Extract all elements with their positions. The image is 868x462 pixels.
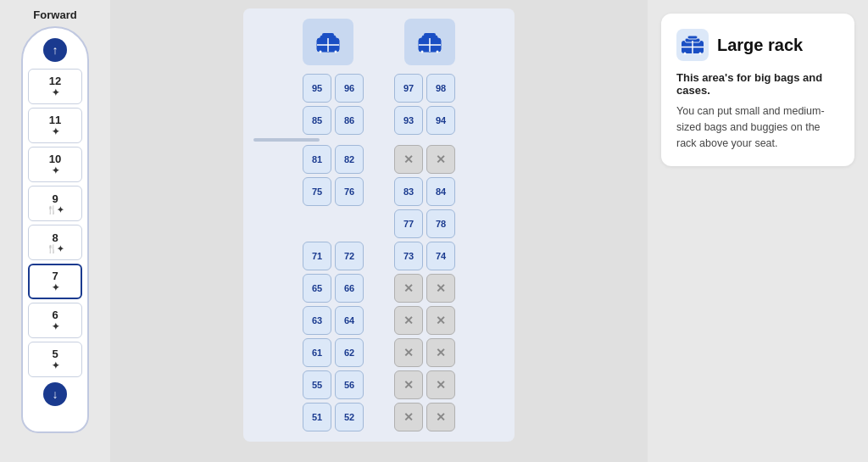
seat-97[interactable]: 97 [394, 74, 423, 103]
right-panel: Large rack This area's for big bags and … [648, 0, 868, 462]
seat-row: 75 76 83 84 [303, 177, 455, 206]
svg-rect-2 [322, 33, 334, 36]
svg-rect-9 [424, 33, 436, 36]
seat-unavail-10 [426, 370, 455, 399]
seat-group-left: 51 52 [303, 403, 364, 431]
svg-rect-16 [687, 36, 698, 39]
seat-group-right: 73 74 [394, 242, 455, 270]
seat-75[interactable]: 75 [303, 177, 331, 206]
seat-unavail-12 [426, 403, 455, 431]
seat-77[interactable]: 77 [394, 209, 423, 238]
seat-row: 51 52 [303, 403, 455, 431]
seat-group-right [394, 274, 455, 303]
seat-55[interactable]: 55 [303, 370, 331, 399]
seat-row: 63 64 [303, 306, 455, 335]
seat-group-left: 55 56 [303, 370, 364, 399]
scroll-up-button[interactable]: ↑ [43, 38, 67, 62]
luggage-rack-right[interactable] [404, 19, 455, 65]
seat-56[interactable]: 56 [335, 370, 364, 399]
seat-95[interactable]: 95 [303, 74, 331, 103]
seat-row: 77 78 [303, 209, 455, 238]
seat-group-left: 81 82 [303, 145, 364, 174]
seat-82[interactable]: 82 [335, 145, 364, 174]
seat-unavail-5 [394, 306, 423, 335]
car-item-8[interactable]: 8 🍴✦ [28, 225, 82, 260]
seat-group-right: 77 78 [394, 209, 455, 238]
seat-unavail-3 [394, 274, 423, 303]
seat-group-right: 97 98 [394, 74, 455, 103]
seat-65[interactable]: 65 [303, 274, 331, 303]
seat-map-area: 95 96 97 98 85 86 93 94 [110, 0, 648, 462]
seat-group-left: 71 72 [303, 242, 364, 270]
seat-93[interactable]: 93 [394, 106, 423, 135]
left-divider [253, 138, 320, 142]
seat-83[interactable]: 83 [394, 177, 423, 206]
seat-86[interactable]: 86 [335, 106, 364, 135]
seat-76[interactable]: 76 [335, 177, 364, 206]
forward-label: Forward [33, 8, 76, 21]
luggage-rack-left[interactable] [303, 19, 353, 65]
svg-point-19 [684, 53, 687, 55]
seat-96[interactable]: 96 [335, 74, 364, 103]
seat-unavail-7 [394, 338, 423, 367]
seat-group-left: 95 96 [303, 74, 364, 103]
seat-84[interactable]: 84 [426, 177, 455, 206]
car-item-10[interactable]: 10 ✦ [28, 147, 82, 182]
seat-94[interactable]: 94 [426, 106, 455, 135]
seat-52[interactable]: 52 [335, 403, 364, 431]
seat-73[interactable]: 73 [394, 242, 423, 270]
seat-63[interactable]: 63 [303, 306, 331, 335]
seat-group-left: 75 76 [303, 177, 364, 206]
seat-group-left: 65 66 [303, 274, 364, 303]
seat-62[interactable]: 62 [335, 338, 364, 367]
seat-row: 81 82 [303, 145, 455, 174]
seat-group-right [394, 370, 455, 399]
seat-64[interactable]: 64 [335, 306, 364, 335]
seat-66[interactable]: 66 [335, 274, 364, 303]
seat-71[interactable]: 71 [303, 242, 331, 270]
seat-map-container: 95 96 97 98 85 86 93 94 [243, 8, 515, 442]
seat-72[interactable]: 72 [335, 242, 364, 270]
seat-group-right [394, 403, 455, 431]
seat-unavail-8 [426, 338, 455, 367]
seat-85[interactable]: 85 [303, 106, 331, 135]
car-item-7[interactable]: 7 ✦ [28, 264, 82, 299]
car-item-11[interactable]: 11 ✦ [28, 108, 82, 143]
seat-unavail-2 [426, 145, 455, 174]
scroll-down-button[interactable]: ↓ [43, 382, 67, 406]
seat-81[interactable]: 81 [303, 145, 331, 174]
seat-group-left [303, 209, 364, 238]
section-divider-row [253, 138, 504, 142]
car-item-9[interactable]: 9 🍴✦ [28, 186, 82, 221]
seat-group-left: 61 62 [303, 338, 364, 367]
car-item-12[interactable]: 12 ✦ [28, 69, 82, 104]
car-item-6[interactable]: 6 ✦ [28, 303, 82, 338]
seat-row: 65 66 [303, 274, 455, 303]
seat-row: 55 56 [303, 370, 455, 399]
seat-group-left: 85 86 [303, 106, 364, 135]
seat-98[interactable]: 98 [426, 74, 455, 103]
luggage-row [303, 19, 455, 65]
seat-row: 61 62 [303, 338, 455, 367]
seat-unavail-11 [394, 403, 423, 431]
seat-78[interactable]: 78 [426, 209, 455, 238]
train-outline: ↑ 12 ✦ 11 ✦ 10 ✦ 9 🍴✦ 8 🍴✦ 7 ✦ 6 ✦ [21, 26, 89, 433]
car-item-5[interactable]: 5 ✦ [28, 342, 82, 377]
seat-row: 85 86 93 94 [303, 106, 455, 135]
seat-group-left: 63 64 [303, 306, 364, 335]
seat-row: 95 96 97 98 [303, 74, 455, 103]
seat-74[interactable]: 74 [426, 242, 455, 270]
seat-61[interactable]: 61 [303, 338, 331, 367]
seat-51[interactable]: 51 [303, 403, 331, 431]
seat-unavail-1 [394, 145, 423, 174]
info-card-title: Large rack [717, 36, 803, 55]
seat-unavail-9 [394, 370, 423, 399]
info-card: Large rack This area's for big bags and … [661, 14, 854, 166]
info-card-header: Large rack [676, 29, 839, 61]
info-card-subtitle: This area's for big bags and cases. [676, 71, 839, 97]
seat-group-right [394, 145, 455, 174]
info-card-body: You can put small and medium-sized bags … [676, 103, 839, 151]
svg-point-20 [699, 53, 702, 55]
svg-point-6 [335, 50, 337, 53]
seat-group-right: 83 84 [394, 177, 455, 206]
